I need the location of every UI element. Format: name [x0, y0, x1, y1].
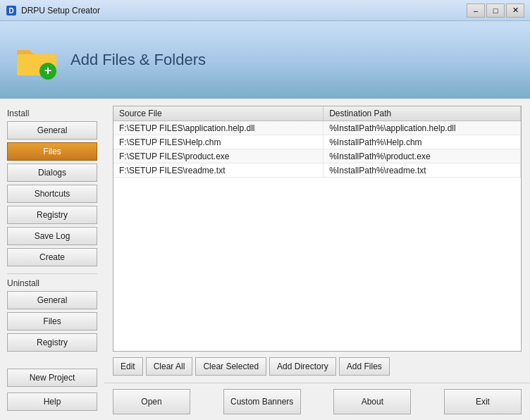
sidebar-divider: [7, 273, 97, 274]
titlebar-left: D DRPU Setup Creator: [6, 5, 100, 16]
titlebar-title: DRPU Setup Creator: [21, 6, 100, 16]
content-area: Source File Destination Path F:\SETUP FI…: [104, 99, 530, 420]
app-icon: D: [6, 5, 17, 16]
sidebar-item-u-registry[interactable]: Registry: [7, 333, 97, 352]
header-title: Add Files & Folders: [70, 51, 206, 69]
minimize-button[interactable]: –: [467, 4, 485, 18]
add-files-button[interactable]: Add Files: [339, 357, 390, 376]
sidebar-item-savelog[interactable]: Save Log: [7, 227, 97, 245]
close-button[interactable]: ✕: [506, 4, 524, 18]
dest-cell: %InstallPath%\application.help.dll: [323, 121, 521, 135]
sidebar-item-general[interactable]: General: [7, 121, 97, 140]
table-row[interactable]: F:\SETUP FILES\product.exe%InstallPath%\…: [113, 149, 521, 163]
sidebar-item-u-files[interactable]: Files: [7, 312, 97, 331]
sidebar-item-u-general[interactable]: General: [7, 291, 97, 309]
dest-cell: %InstallPath%\readme.txt: [323, 163, 521, 178]
titlebar: D DRPU Setup Creator – □ ✕: [0, 0, 530, 21]
sidebar-item-shortcuts[interactable]: Shortcuts: [7, 185, 97, 203]
about-button[interactable]: About: [333, 389, 411, 414]
maximize-button[interactable]: □: [486, 4, 505, 18]
custom-banners-button[interactable]: Custom Banners: [223, 389, 301, 414]
edit-button[interactable]: Edit: [113, 357, 143, 376]
dest-cell: %InstallPath%\product.exe: [323, 149, 521, 163]
main-layout: Install General Files Dialogs Shortcuts …: [0, 99, 530, 420]
clear-selected-button[interactable]: Clear Selected: [195, 357, 266, 376]
bottom-button-row: Open Custom Banners About Exit: [104, 383, 530, 420]
action-button-row: Edit Clear All Clear Selected Add Direct…: [113, 357, 522, 376]
svg-text:D: D: [8, 7, 13, 15]
sidebar: Install General Files Dialogs Shortcuts …: [0, 99, 104, 420]
help-button[interactable]: Help: [7, 393, 97, 411]
col-source: Source File: [113, 106, 323, 121]
source-cell: F:\SETUP FILES\application.help.dll: [113, 121, 323, 135]
source-cell: F:\SETUP FILES\Help.chm: [113, 135, 323, 149]
open-button[interactable]: Open: [113, 389, 190, 414]
uninstall-label: Uninstall: [7, 278, 97, 288]
titlebar-controls: – □ ✕: [467, 4, 524, 18]
file-table: Source File Destination Path F:\SETUP FI…: [113, 106, 521, 178]
source-cell: F:\SETUP FILES\readme.txt: [113, 163, 323, 178]
sidebar-item-registry[interactable]: Registry: [7, 206, 97, 224]
header-bar: + Add Files & Folders: [0, 21, 530, 99]
table-row[interactable]: F:\SETUP FILES\readme.txt%InstallPath%\r…: [113, 163, 521, 178]
sidebar-item-files[interactable]: Files: [7, 142, 97, 161]
dest-cell: %InstallPath%\Help.chm: [323, 135, 521, 149]
install-label: Install: [7, 109, 97, 118]
sidebar-item-dialogs[interactable]: Dialogs: [7, 163, 97, 182]
col-dest: Destination Path: [323, 106, 521, 121]
file-table-container[interactable]: Source File Destination Path F:\SETUP FI…: [113, 106, 522, 352]
source-cell: F:\SETUP FILES\product.exe: [113, 149, 323, 163]
exit-button[interactable]: Exit: [444, 389, 522, 414]
add-directory-button[interactable]: Add Directory: [269, 357, 336, 376]
new-project-button[interactable]: New Project: [7, 369, 97, 387]
folder-icon: +: [14, 37, 59, 82]
table-row[interactable]: F:\SETUP FILES\Help.chm%InstallPath%\Hel…: [113, 135, 521, 149]
table-row[interactable]: F:\SETUP FILES\application.help.dll%Inst…: [113, 121, 521, 135]
sidebar-item-create[interactable]: Create: [7, 248, 97, 266]
svg-text:+: +: [44, 63, 52, 78]
content: Source File Destination Path F:\SETUP FI…: [104, 99, 530, 383]
clear-all-button[interactable]: Clear All: [146, 357, 193, 376]
